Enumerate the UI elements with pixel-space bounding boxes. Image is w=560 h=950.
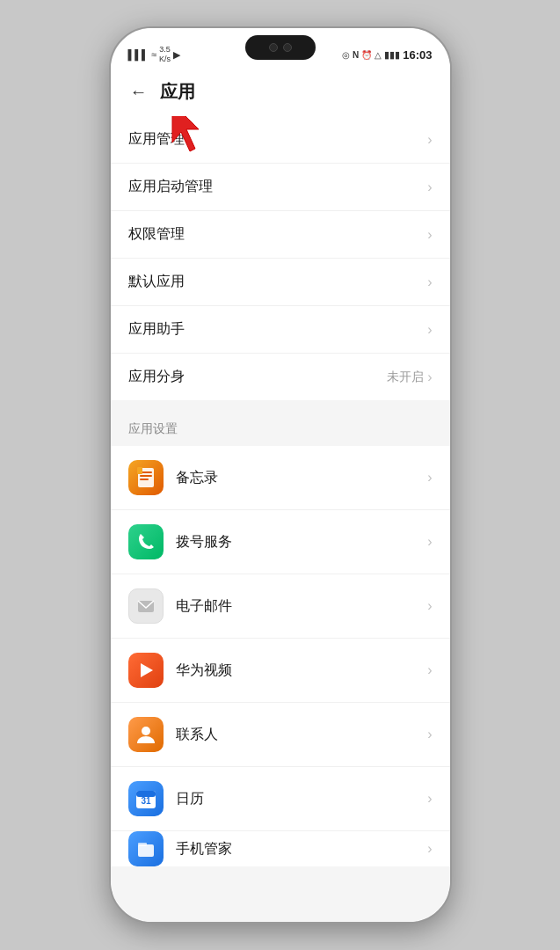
- chevron-icon-dialer: ›: [427, 534, 432, 550]
- svg-rect-3: [140, 475, 152, 477]
- svg-rect-12: [138, 844, 154, 857]
- email-label: 电子邮件: [176, 597, 428, 616]
- contacts-icon: [128, 717, 164, 752]
- wifi-icon: ≈: [151, 49, 156, 60]
- video-call-icon: ▶: [173, 49, 180, 61]
- app-settings-section-label: 应用设置: [111, 409, 450, 446]
- email-icon: [128, 588, 164, 624]
- chevron-icon-contacts: ›: [427, 727, 432, 742]
- menu-item-app-startup[interactable]: 应用启动管理 ›: [111, 164, 450, 211]
- default-apps-label: 默认应用: [128, 273, 428, 291]
- menu-item-huawei-video[interactable]: 华为视频 ›: [111, 639, 450, 703]
- svg-rect-4: [140, 479, 149, 480]
- app-startup-label: 应用启动管理: [128, 178, 428, 196]
- svg-point-8: [142, 727, 150, 735]
- memo-icon: [128, 460, 164, 495]
- permissions-label: 权限管理: [128, 225, 428, 244]
- alarm-icon: ⏰: [361, 50, 372, 60]
- back-arrow-icon: ←: [130, 83, 148, 100]
- calendar-label: 日历: [176, 790, 428, 808]
- phone-screen: ▌▌▌ ≈ 3.5K/s ▶ ◎ N ⏰ △ ▮▮▮ 16:03 ← 应用: [111, 28, 450, 922]
- signal-icon: ▌▌▌: [128, 49, 149, 60]
- app-clone-label: 应用分身: [128, 368, 388, 386]
- page-title: 应用: [160, 80, 195, 104]
- status-time: 16:03: [403, 48, 432, 62]
- file-manager-label: 手机管家: [176, 840, 428, 859]
- video-icon: [128, 653, 164, 688]
- location-icon: △: [375, 50, 382, 60]
- chevron-icon-video: ›: [427, 662, 432, 678]
- contacts-label: 联系人: [176, 726, 428, 744]
- content-area: 应用管理 › 应用启动管理 › 权限管理 ›: [111, 116, 450, 922]
- dialer-label: 拨号服务: [176, 533, 428, 552]
- app-assistant-label: 应用助手: [128, 320, 428, 339]
- chevron-icon-memo: ›: [427, 470, 432, 486]
- back-button[interactable]: ←: [125, 77, 153, 106]
- battery-icon: ▮▮▮: [384, 49, 400, 61]
- svg-rect-13: [138, 843, 147, 846]
- chevron-icon-2: ›: [427, 179, 432, 195]
- chevron-icon-email: ›: [427, 598, 432, 614]
- status-signal: ▌▌▌ ≈ 3.5K/s ▶: [128, 45, 180, 64]
- camera-lens-right: [283, 43, 292, 52]
- menu-item-file-manager[interactable]: 手机管家 ›: [111, 831, 450, 866]
- status-bar: ▌▌▌ ≈ 3.5K/s ▶ ◎ N ⏰ △ ▮▮▮ 16:03: [111, 28, 450, 67]
- video-label: 华为视频: [176, 661, 428, 680]
- menu-item-calendar[interactable]: 31 日历 ›: [111, 767, 450, 831]
- chevron-icon-6: ›: [427, 369, 432, 385]
- chevron-icon-3: ›: [427, 227, 432, 243]
- phone-frame: ▌▌▌ ≈ 3.5K/s ▶ ◎ N ⏰ △ ▮▮▮ 16:03 ← 应用: [109, 26, 452, 924]
- status-right-icons: ◎ N ⏰ △ ▮▮▮ 16:03: [342, 48, 432, 62]
- chevron-icon-filemanager: ›: [427, 841, 432, 857]
- camera-lens-left: [269, 43, 278, 52]
- menu-item-default-apps[interactable]: 默认应用 ›: [111, 259, 450, 306]
- menu-item-dialer[interactable]: 拨号服务 ›: [111, 510, 450, 574]
- menu-item-app-clone[interactable]: 应用分身 未开启 ›: [111, 354, 450, 400]
- app-clone-value: 未开启: [387, 369, 424, 385]
- svg-text:31: 31: [141, 796, 151, 806]
- phone-icon: [128, 524, 164, 559]
- speed-indicator: 3.5K/s: [159, 45, 171, 64]
- memo-label: 备忘录: [176, 469, 428, 487]
- chevron-icon-calendar: ›: [427, 791, 432, 807]
- menu-item-memo[interactable]: 备忘录 ›: [111, 446, 450, 510]
- page-header: ← 应用: [111, 67, 450, 116]
- menu-item-contacts[interactable]: 联系人 ›: [111, 703, 450, 767]
- menu-item-app-assistant[interactable]: 应用助手 ›: [111, 306, 450, 354]
- main-menu-section: 应用管理 › 应用启动管理 › 权限管理 ›: [111, 116, 450, 400]
- menu-item-email[interactable]: 电子邮件 ›: [111, 574, 450, 639]
- menu-item-app-management[interactable]: 应用管理 ›: [111, 116, 450, 164]
- menu-item-permissions[interactable]: 权限管理 ›: [111, 211, 450, 259]
- n-icon: N: [353, 50, 359, 60]
- camera-notch: [245, 35, 316, 60]
- nfc-icon: ◎: [342, 50, 350, 60]
- calendar-icon: 31: [128, 781, 164, 816]
- svg-marker-7: [141, 663, 153, 677]
- app-management-label: 应用管理: [128, 130, 428, 149]
- app-items-section: 备忘录 › 拨号服务 ›: [111, 446, 450, 866]
- chevron-icon-4: ›: [427, 274, 432, 290]
- chevron-icon: ›: [427, 132, 432, 148]
- svg-rect-5: [137, 467, 142, 474]
- chevron-icon-5: ›: [427, 322, 432, 338]
- file-manager-icon: [128, 831, 164, 866]
